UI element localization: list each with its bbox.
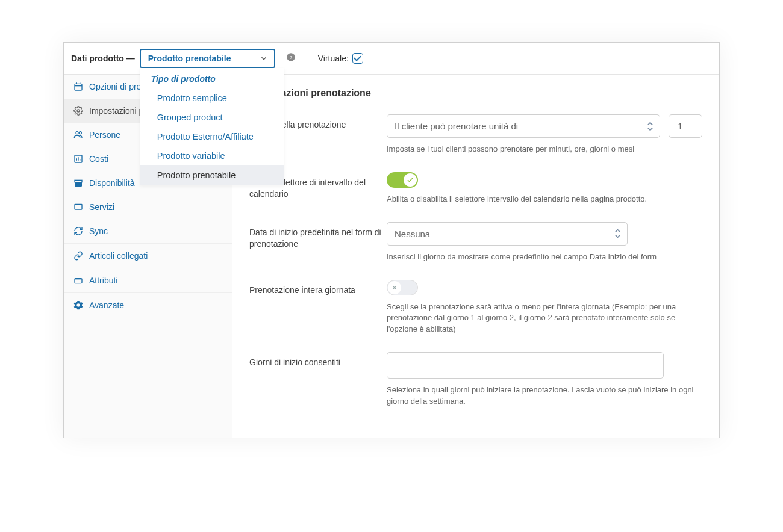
- svg-point-8: [79, 132, 81, 134]
- svg-rect-2: [75, 84, 82, 90]
- row-allowed-days: Giorni di inizio consentiti Seleziona in…: [249, 352, 702, 407]
- svg-rect-16: [75, 204, 82, 209]
- sidebar-item-linked-products[interactable]: Articoli collegati: [64, 243, 232, 268]
- product-type-selected-text: Prodotto prenotabile: [148, 54, 231, 63]
- default-date-desc: Inserisci il giorno da mostrare come pre…: [387, 252, 702, 263]
- dropdown-item-grouped[interactable]: Grouped product: [140, 108, 284, 127]
- virtual-checkbox[interactable]: [352, 53, 363, 64]
- svg-text:10: 10: [76, 182, 81, 186]
- sidebar-item-label: Avanzate: [89, 300, 124, 310]
- sidebar-item-advanced[interactable]: Avanzate: [64, 292, 232, 317]
- cog-icon: [73, 300, 83, 310]
- sidebar-item-label: Servizi: [89, 202, 114, 212]
- toggle-knob-off: [388, 281, 401, 294]
- badge-icon: [73, 276, 83, 285]
- row-full-day: Prenotazione intera giornata Scegli se l…: [249, 280, 702, 336]
- default-date-select-value: Nessuna: [395, 229, 430, 239]
- dropdown-item-simple[interactable]: Prodotto semplice: [140, 88, 284, 108]
- row-duration: Durata della prenotazione Il cliente può…: [249, 114, 702, 155]
- gear-icon: [73, 106, 83, 116]
- date-icon: 10: [73, 178, 83, 188]
- duration-select[interactable]: Il cliente può prenotare unità di: [387, 114, 660, 138]
- sidebar-item-label: Costi: [89, 154, 108, 164]
- default-date-label: Data di inizio predefinita nel form di p…: [249, 222, 387, 250]
- product-data-panel: Dati prodotto — Prodotto prenotabile Tip…: [63, 42, 720, 438]
- row-range-selector: Abilita selettore di intervallo del cale…: [249, 172, 702, 205]
- main-content: Impostazioni prenotazione Durata della p…: [232, 75, 719, 438]
- help-icon[interactable]: ?: [286, 52, 296, 64]
- full-day-desc: Scegli se la prenotazione sarà attiva o …: [387, 302, 702, 336]
- allowed-days-input[interactable]: [387, 352, 664, 379]
- product-type-dropdown: Tipo di prodotto Prodotto semplice Group…: [140, 68, 284, 185]
- link-icon: [73, 251, 83, 261]
- dropdown-header: Tipo di prodotto: [140, 68, 284, 88]
- default-date-select[interactable]: Nessuna: [387, 222, 628, 246]
- updown-icon: [647, 121, 654, 132]
- sidebar-item-sync[interactable]: Sync: [64, 219, 232, 243]
- sidebar-item-services[interactable]: Servizi: [64, 195, 232, 219]
- allowed-days-desc: Seleziona in quali giorni può iniziare l…: [387, 385, 702, 407]
- sidebar-item-label: Disponibilità: [89, 178, 134, 188]
- panel-header: Dati prodotto — Prodotto prenotabile Tip…: [64, 43, 719, 75]
- row-default-date: Data di inizio predefinita nel form di p…: [249, 222, 702, 263]
- svg-text:?: ?: [290, 55, 293, 60]
- sidebar-item-label: Attributi: [89, 276, 117, 285]
- chevron-down-icon: [260, 54, 268, 63]
- range-toggle[interactable]: [387, 172, 418, 188]
- dropdown-item-variable[interactable]: Prodotto variabile: [140, 146, 284, 165]
- allowed-days-label: Giorni di inizio consentiti: [249, 352, 387, 368]
- duration-number-value: 1: [678, 121, 682, 131]
- range-desc: Abilita o disabilita il selettore interv…: [387, 194, 702, 205]
- svg-rect-14: [75, 180, 82, 182]
- svg-point-6: [77, 110, 80, 112]
- sidebar-item-label: Articoli collegati: [89, 251, 148, 261]
- sidebar-item-attributes[interactable]: Attributi: [64, 268, 232, 292]
- header-divider: [307, 52, 307, 64]
- svg-point-7: [76, 132, 78, 134]
- svg-rect-17: [75, 279, 82, 283]
- people-icon: [73, 130, 83, 140]
- duration-number-input[interactable]: 1: [669, 114, 702, 138]
- dropdown-item-bookable[interactable]: Prodotto prenotabile: [140, 165, 284, 185]
- screen-icon: [73, 202, 83, 212]
- calendar-icon: [73, 82, 83, 91]
- updown-icon: [614, 228, 621, 239]
- toggle-knob-on: [404, 173, 417, 187]
- virtual-wrap: Virtuale:: [318, 53, 363, 64]
- sync-icon: [73, 226, 83, 236]
- chart-icon: [73, 154, 83, 164]
- sidebar-item-label: Persone: [89, 130, 120, 140]
- virtual-label: Virtuale:: [318, 54, 349, 63]
- duration-desc: Imposta se i tuoi clienti possono prenot…: [387, 144, 702, 155]
- full-day-toggle[interactable]: [387, 280, 418, 295]
- sidebar-item-label: Sync: [89, 226, 108, 236]
- dropdown-item-external[interactable]: Prodotto Esterno/Affiliate: [140, 127, 284, 146]
- header-label: Dati prodotto —: [71, 54, 135, 63]
- product-type-select[interactable]: Prodotto prenotabile: [140, 49, 275, 68]
- product-type-select-wrap: Prodotto prenotabile Tipo di prodotto Pr…: [140, 49, 275, 68]
- duration-select-value: Il cliente può prenotare unità di: [395, 121, 518, 131]
- section-title: Impostazioni prenotazione: [249, 88, 702, 99]
- full-day-label: Prenotazione intera giornata: [249, 280, 387, 296]
